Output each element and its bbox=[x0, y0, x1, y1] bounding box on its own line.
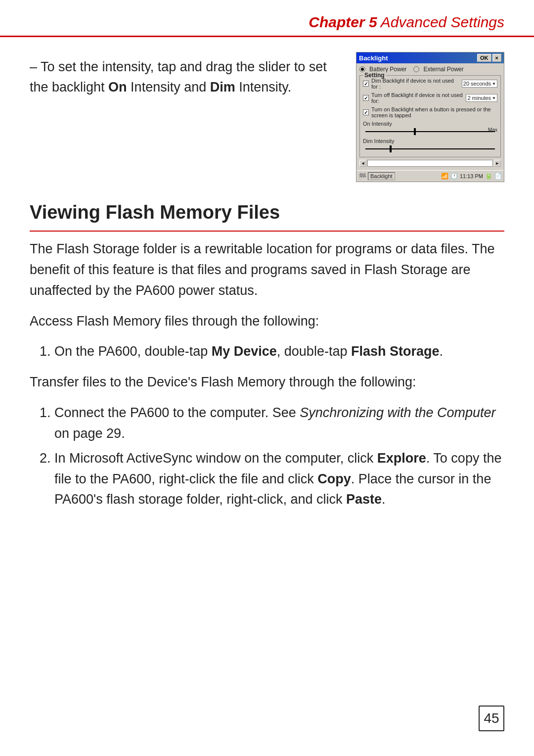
check2: ✓ bbox=[364, 95, 368, 101]
turnon-backlight-checkbox[interactable]: ✓ bbox=[363, 109, 369, 115]
scrollbar-row: ◄ ► bbox=[359, 160, 501, 167]
main-content: – To set the intensity, tap and drag the… bbox=[0, 37, 534, 550]
copy-bold: Copy bbox=[317, 472, 351, 486]
list2-1-text2: on page 29. bbox=[54, 426, 125, 441]
taskbar-left: 🏁 Backlight bbox=[358, 172, 395, 180]
chapter-title: Advanced Settings bbox=[381, 14, 504, 30]
dim-label: Dim bbox=[210, 80, 235, 94]
explore-bold: Explore bbox=[377, 451, 426, 466]
instruction-text: – To set the intensity, tap and drag the… bbox=[30, 52, 341, 97]
external-power-label: External Power bbox=[423, 66, 463, 73]
document-icon: 📄 bbox=[494, 173, 502, 180]
list2-2-text-before: In Microsoft ActiveSync window on the co… bbox=[54, 451, 377, 466]
page-header: Chapter 5 Advanced Settings bbox=[0, 0, 534, 37]
list1-text-before: On the PA600, double-tap bbox=[54, 344, 212, 359]
close-button[interactable]: × bbox=[492, 54, 501, 62]
list1-text-after: . bbox=[439, 344, 443, 359]
dim-intensity-section: Dim Intensity bbox=[363, 138, 497, 153]
instruction-end: Intensity. bbox=[235, 80, 292, 94]
turnoff-backlight-checkbox[interactable]: ✓ bbox=[363, 95, 369, 101]
turnon-backlight-text: Turn on Backlight when a button is press… bbox=[371, 106, 497, 118]
check3: ✓ bbox=[364, 110, 368, 115]
list2-1-text: Connect the PA600 to the computer. See bbox=[54, 405, 300, 420]
setting-row-3: ✓ Turn on Backlight when a button is pre… bbox=[363, 106, 497, 118]
group-label: Setting bbox=[363, 72, 386, 79]
start-icon[interactable]: 🏁 bbox=[358, 173, 366, 180]
paste-bold: Paste bbox=[346, 492, 382, 507]
turnoff-backlight-dropdown[interactable]: 2 minutes ▼ bbox=[466, 94, 497, 102]
list-item-2-2: In Microsoft ActiveSync window on the co… bbox=[54, 448, 504, 511]
sync-italic: Synchronizing with the Computer bbox=[300, 405, 495, 420]
scroll-right[interactable]: ► bbox=[494, 160, 501, 167]
on-label: On bbox=[108, 80, 127, 94]
taskbar-right: 📶 🕐 11:13 PM 🔋 📄 bbox=[441, 173, 502, 180]
taskbar-app[interactable]: Backlight bbox=[368, 172, 395, 180]
chapter-label: Chapter 5 Advanced Settings bbox=[309, 14, 504, 31]
dialog-title: Backlight bbox=[359, 54, 388, 62]
dim-intensity-label: Dim Intensity bbox=[363, 138, 497, 144]
taskbar-time: 11:13 PM bbox=[460, 173, 483, 179]
on-intensity-section: On Intensity Max bbox=[363, 121, 497, 136]
setting-row-2: ✓ Turn off Backlight if device is not us… bbox=[363, 92, 497, 104]
flash-storage-bold: Flash Storage bbox=[351, 344, 440, 359]
list-item-1: On the PA600, double-tap My Device, doub… bbox=[54, 341, 504, 362]
ok-button[interactable]: OK bbox=[477, 54, 491, 62]
dropdown-arrow-1: ▼ bbox=[492, 82, 496, 86]
dim-backlight-checkbox[interactable]: ✓ bbox=[363, 81, 369, 87]
battery-icon: 🔋 bbox=[485, 173, 492, 180]
on-intensity-label: On Intensity bbox=[363, 121, 497, 127]
list1-text-mid: , double-tap bbox=[277, 344, 351, 359]
external-power-radio[interactable] bbox=[413, 66, 419, 72]
dialog-body: Battery Power External Power Setting ✓ D… bbox=[356, 63, 504, 170]
scroll-left[interactable]: ◄ bbox=[359, 160, 366, 167]
dropdown-arrow-2: ▼ bbox=[492, 96, 496, 100]
setting-row-1: ✓ Dim Backlight if device is not used fo… bbox=[363, 78, 497, 90]
list2-2-text-after: . bbox=[382, 492, 386, 507]
instruction-mid: Intensity and bbox=[127, 80, 210, 94]
dialog-taskbar: 🏁 Backlight 📶 🕐 11:13 PM 🔋 📄 bbox=[356, 170, 504, 182]
list-item-2-1: Connect the PA600 to the computer. See S… bbox=[54, 403, 504, 444]
dim-backlight-dropdown[interactable]: 20 seconds ▼ bbox=[462, 80, 497, 88]
clock-icon: 🕐 bbox=[450, 173, 458, 180]
dim-backlight-text: Dim Backlight if device is not used for … bbox=[371, 78, 459, 90]
list-2: Connect the PA600 to the computer. See S… bbox=[54, 403, 504, 510]
dim-intensity-slider[interactable] bbox=[363, 144, 497, 153]
page-number: 45 bbox=[479, 706, 504, 731]
on-intensity-slider[interactable]: Max bbox=[363, 127, 497, 136]
dialog-titlebar: Backlight OK × bbox=[356, 52, 504, 63]
dialog-buttons: OK × bbox=[477, 54, 501, 62]
section-title: Viewing Flash Memory Files bbox=[30, 202, 504, 232]
list-1: On the PA600, double-tap My Device, doub… bbox=[54, 341, 504, 362]
backlight-dialog: Backlight OK × Battery Power External Po… bbox=[356, 52, 504, 182]
my-device-bold: My Device bbox=[212, 344, 277, 359]
paragraph-1: The Flash Storage folder is a rewritable… bbox=[30, 239, 504, 301]
scrollbar-track[interactable] bbox=[367, 160, 493, 167]
paragraph-2: Access Flash Memory files through the fo… bbox=[30, 311, 504, 332]
network-icon: 📶 bbox=[441, 173, 448, 180]
top-section: – To set the intensity, tap and drag the… bbox=[30, 52, 504, 182]
setting-group: Setting ✓ Dim Backlight if device is not… bbox=[359, 75, 501, 157]
chapter-word: Chapter 5 bbox=[309, 14, 377, 30]
turnoff-backlight-text: Turn off Backlight if device is not used… bbox=[371, 92, 463, 104]
check1: ✓ bbox=[364, 81, 368, 87]
paragraph-3: Transfer files to the Device's Flash Mem… bbox=[30, 372, 504, 393]
max-label: Max bbox=[488, 127, 497, 133]
